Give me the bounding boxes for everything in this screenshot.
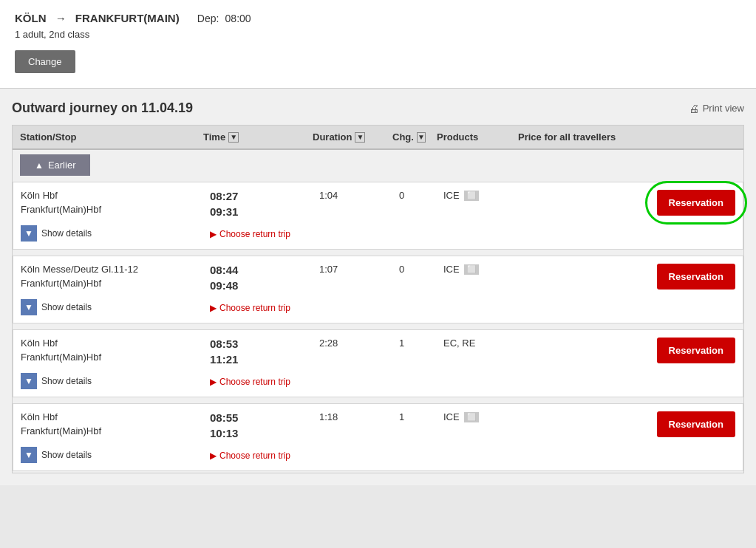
sub-row-2: ▼ Show details ▶ Choose return trip: [21, 299, 735, 315]
section-title: Outward journey on 11.04.19: [12, 100, 193, 116]
header-chg: Chg. ▼: [385, 126, 429, 148]
station-col-4: Köln Hbf Frankfurt(Main)Hbf: [21, 411, 204, 436]
choose-return-label-1: Choose return trip: [219, 229, 290, 239]
journey-main-row-4: Köln Hbf Frankfurt(Main)Hbf 08:55 10:13 …: [21, 411, 735, 439]
arr-time-4: 10:13: [210, 427, 307, 439]
duration-col-1: 1:04: [313, 190, 393, 201]
arr-time-3: 11:21: [210, 353, 307, 366]
sub-row-1: ▼ Show details ▶ Choose return trip: [21, 225, 735, 242]
dep-time-3: 08:53: [210, 338, 307, 350]
station-col-1: Köln Hbf Frankfurt(Main)Hbf: [21, 190, 204, 215]
print-view-label: Print view: [703, 103, 744, 114]
to-city: FRANKFURT(MAIN): [75, 12, 180, 24]
chg-col-4: 1: [393, 411, 437, 422]
reservation-button-3[interactable]: Reservation: [657, 338, 735, 363]
reservation-col-3: Reservation: [519, 338, 735, 363]
reservation-col-1: Reservation: [519, 190, 735, 216]
dep-station-4: Köln Hbf: [21, 411, 198, 422]
reservation-button-2[interactable]: Reservation: [657, 264, 735, 290]
choose-return-1[interactable]: ▶ Choose return trip: [210, 229, 290, 239]
journey-block-2: Köln Messe/Deutz Gl.11-12 Frankfurt(Main…: [13, 256, 743, 323]
print-view-btn[interactable]: 🖨 Print view: [689, 103, 744, 114]
details-toggle-1[interactable]: ▼: [21, 225, 37, 242]
station-col-2: Köln Messe/Deutz Gl.11-12 Frankfurt(Main…: [21, 264, 204, 289]
journey-block-4: Köln Hbf Frankfurt(Main)Hbf 08:55 10:13 …: [13, 403, 743, 471]
choose-return-2[interactable]: ▶ Choose return trip: [210, 303, 290, 313]
products-col-2: ICE ⬜: [437, 264, 519, 275]
section-header: Outward journey on 11.04.19 🖨 Print view: [12, 100, 744, 116]
time-sort-icon[interactable]: ▼: [228, 132, 239, 143]
station-col-3: Köln Hbf Frankfurt(Main)Hbf: [21, 338, 204, 363]
show-details-1[interactable]: ▼ Show details: [21, 225, 92, 242]
show-details-label-2: Show details: [41, 302, 92, 312]
choose-return-3[interactable]: ▶ Choose return trip: [210, 377, 290, 387]
arr-time-2: 09:48: [210, 279, 307, 292]
reservation-col-4: Reservation: [519, 411, 735, 437]
duration-col-2: 1:07: [313, 264, 393, 275]
arrow-right-icon-3: ▶: [210, 377, 217, 387]
time-col-3: 08:53 11:21: [204, 338, 313, 366]
results-container: Station/Stop Time ▼ Duration ▼ Chg. ▼ Pr…: [12, 125, 744, 473]
product-type-4: ICE: [443, 411, 460, 422]
header-station-stop: Station/Stop: [13, 126, 196, 148]
duration-sort-icon[interactable]: ▼: [355, 132, 365, 143]
earlier-button[interactable]: ▲ Earlier: [20, 154, 90, 176]
details-toggle-3[interactable]: ▼: [21, 373, 37, 389]
product-type-2: ICE: [443, 264, 460, 275]
change-button[interactable]: Change: [15, 50, 75, 73]
show-details-label-1: Show details: [41, 228, 92, 239]
show-details-2[interactable]: ▼ Show details: [21, 299, 92, 315]
show-details-4[interactable]: ▼ Show details: [21, 447, 92, 463]
choose-return-label-4: Choose return trip: [219, 451, 290, 461]
journey-block-3: Köln Hbf Frankfurt(Main)Hbf 08:53 11:21 …: [13, 329, 743, 397]
show-details-3[interactable]: ▼ Show details: [21, 373, 92, 389]
product-info-icon-4[interactable]: ⬜: [464, 412, 479, 422]
chg-sort-icon[interactable]: ▼: [417, 132, 426, 143]
time-col-4: 08:55 10:13: [204, 411, 313, 439]
header-duration: Duration ▼: [305, 126, 385, 148]
top-bar: KÖLN → FRANKFURT(MAIN) Dep: 08:00 1 adul…: [0, 0, 756, 89]
time-col-2: 08:44 09:48: [204, 264, 313, 292]
products-col-1: ICE ⬜: [437, 190, 519, 201]
time-col-1: 08:27 09:31: [204, 190, 313, 218]
dep-time: 08:00: [225, 13, 251, 24]
product-info-icon-1[interactable]: ⬜: [464, 191, 479, 201]
dep-time-1: 08:27: [210, 190, 307, 202]
product-type-3: EC, RE: [443, 338, 475, 349]
arr-station-4: Frankfurt(Main)Hbf: [21, 425, 198, 436]
arrow-right-icon-2: ▶: [210, 303, 217, 313]
up-arrow-icon: ▲: [35, 160, 44, 171]
main-section: Outward journey on 11.04.19 🖨 Print view…: [0, 89, 756, 485]
journey-main-row-2: Köln Messe/Deutz Gl.11-12 Frankfurt(Main…: [21, 264, 735, 292]
passengers-info: 1 adult, 2nd class: [15, 29, 741, 40]
details-toggle-2[interactable]: ▼: [21, 299, 37, 315]
reservation-button-1[interactable]: Reservation: [657, 190, 735, 216]
show-details-label-3: Show details: [41, 376, 92, 386]
product-type-1: ICE: [443, 190, 460, 201]
duration-col-3: 2:28: [313, 338, 393, 349]
products-col-4: ICE ⬜: [437, 411, 519, 422]
header-time: Time ▼: [196, 126, 305, 148]
printer-icon: 🖨: [689, 103, 699, 114]
product-info-icon-2[interactable]: ⬜: [464, 264, 479, 275]
choose-return-4[interactable]: ▶ Choose return trip: [210, 451, 290, 461]
reservation-col-2: Reservation: [519, 264, 735, 290]
arrow-right-icon-1: ▶: [210, 229, 217, 239]
circle-wrapper-1: Reservation: [657, 190, 735, 216]
dep-station-2: Köln Messe/Deutz Gl.11-12: [21, 264, 198, 275]
chg-col-3: 1: [393, 338, 437, 349]
choose-return-label-3: Choose return trip: [219, 377, 290, 387]
details-toggle-4[interactable]: ▼: [21, 447, 37, 463]
arr-station-2: Frankfurt(Main)Hbf: [21, 278, 198, 289]
from-city: KÖLN: [15, 12, 47, 24]
column-headers: Station/Stop Time ▼ Duration ▼ Chg. ▼ Pr…: [13, 126, 743, 150]
reservation-button-4[interactable]: Reservation: [657, 411, 735, 437]
journey-main-row-3: Köln Hbf Frankfurt(Main)Hbf 08:53 11:21 …: [21, 338, 735, 366]
earlier-label: Earlier: [48, 160, 76, 171]
journey-main-row-1: Köln Hbf Frankfurt(Main)Hbf 08:27 09:31 …: [21, 190, 735, 218]
show-details-label-4: Show details: [41, 450, 92, 460]
arr-station-1: Frankfurt(Main)Hbf: [21, 204, 198, 215]
route-arrow: →: [55, 12, 67, 24]
dep-time-4: 08:55: [210, 411, 307, 424]
dep-time-2: 08:44: [210, 264, 307, 276]
